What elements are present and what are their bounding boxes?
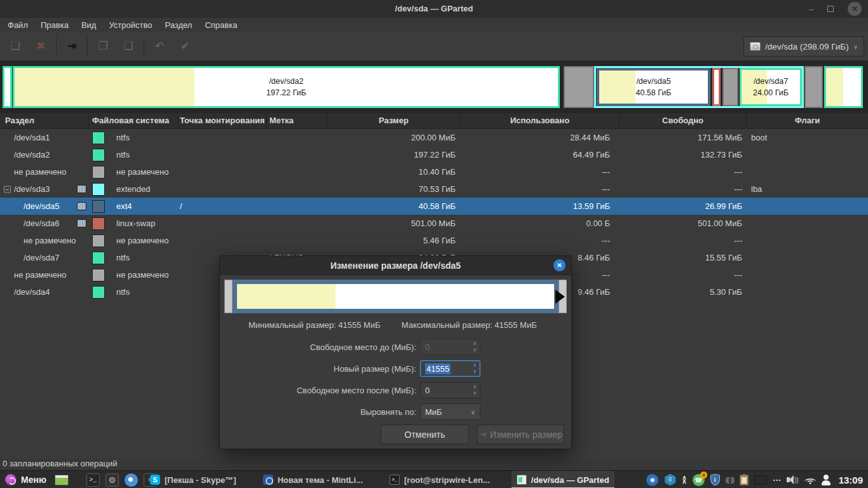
- dialog-form: Свободное место до (МиБ): 0 ∧∨ Новый раз…: [220, 339, 571, 420]
- diskbar-partition--dev-sda7[interactable]: /dev/sda724.00 ГиБ: [740, 68, 802, 106]
- table-row--dev-sda6[interactable]: /dev/sda6linux-swap501.00 МиБ0.00 Б501.0…: [0, 215, 868, 232]
- menu-partition[interactable]: Раздел: [158, 20, 198, 30]
- diskbar-partition--dev-sda2[interactable]: /dev/sda2197.22 ГиБ: [13, 66, 560, 108]
- toolbar-separator: [144, 37, 144, 56]
- messenger-tray-icon[interactable]: ☎4: [693, 474, 705, 486]
- steam-tray-icon[interactable]: ◉: [646, 474, 658, 486]
- taskbar-window-browser[interactable]: Новая тема - MintLi...: [258, 471, 368, 488]
- col-free[interactable]: Свободно: [620, 113, 747, 128]
- browser-launcher-icon[interactable]: [125, 473, 138, 487]
- busy-lock-icon: [77, 202, 86, 210]
- spinner-arrows-icon[interactable]: ∧∨: [473, 362, 477, 375]
- device-selector[interactable]: /dev/sda (298.09 ГиБ) ∨: [743, 36, 864, 57]
- col-filesystem[interactable]: Файловая система: [89, 113, 178, 128]
- app-grid-tray-icon[interactable]: ⠿: [664, 474, 676, 486]
- diskbar-partition--[interactable]: [722, 68, 738, 106]
- resize-arrow-icon: [555, 290, 565, 304]
- table-row--[interactable]: не размеченоне размечено5.46 ГиБ------: [0, 232, 868, 249]
- diskbar-partition--[interactable]: [804, 66, 823, 108]
- menu-file[interactable]: Файл: [1, 20, 34, 30]
- window-button-title: Новая тема - MintLi...: [278, 475, 363, 485]
- resize-apply-button[interactable]: ⇥ Изменить размер: [477, 424, 564, 444]
- cancel-button[interactable]: Отменить: [381, 424, 469, 444]
- keyboard-layout-ru-flag[interactable]: [754, 476, 767, 484]
- security-shield-icon[interactable]: i: [710, 474, 720, 485]
- filesystem-color-swatch: [92, 234, 105, 247]
- diskbar-partition--[interactable]: [564, 66, 594, 108]
- terminal-launcher-icon[interactable]: >_: [86, 473, 100, 487]
- table-row--[interactable]: не размеченоне размечено10.40 ГиБ------: [0, 163, 868, 180]
- user-icon[interactable]: [822, 475, 831, 485]
- col-used[interactable]: Использовано: [461, 113, 620, 128]
- chevrons-up-icon[interactable]: ∧∧: [682, 476, 686, 484]
- partition-label: /dev/sda2197.22 ГиБ: [15, 76, 558, 98]
- toolbar-separator: [56, 37, 57, 56]
- table-row--dev-sda2[interactable]: /dev/sda2ntfs197.22 ГиБ64.49 ГиБ132.73 Г…: [0, 146, 868, 163]
- free-value: 171.56 МиБ: [620, 133, 747, 142]
- toolbar-separator: [87, 37, 88, 56]
- filesystem-color-swatch: [92, 217, 105, 230]
- resize-move-icon[interactable]: ⇥: [59, 36, 85, 57]
- gparted-icon: [517, 475, 527, 485]
- col-partition[interactable]: Раздел: [0, 113, 89, 128]
- network-signal-icon[interactable]: ((·)): [726, 476, 734, 484]
- col-mountpoint[interactable]: Точка монтирования: [178, 113, 267, 128]
- overflow-dots-icon[interactable]: ⋯: [773, 475, 781, 485]
- left-grip-handle[interactable]: [224, 280, 233, 313]
- filesystem-name: ntfs: [116, 150, 130, 159]
- spinner-arrows-icon[interactable]: ∧∨: [473, 384, 477, 396]
- spinner-arrows-icon[interactable]: ∧∨: [473, 341, 477, 353]
- diskbar-partition--dev-sda6[interactable]: [712, 68, 721, 106]
- diskbar-partition--dev-sda5[interactable]: /dev/sda540.58 ГиБ: [597, 68, 710, 106]
- used-value: ---: [461, 236, 620, 245]
- toolbar: ❏✖⇥❐❑↶✔ /dev/sda (298.09 ГиБ) ∨: [0, 32, 868, 61]
- diskbar-partition--dev-sda4[interactable]: [824, 66, 863, 108]
- menu-button[interactable]: Меню: [3, 474, 49, 485]
- align-to-dropdown[interactable]: МиБ ∨: [420, 403, 480, 420]
- undo-operation-icon: ↶: [147, 36, 172, 57]
- volume-icon[interactable]: )): [787, 475, 799, 484]
- taskbar-window-skype[interactable]: S[Пекша - Skype™]: [145, 471, 241, 488]
- menu-help[interactable]: Справка: [198, 20, 243, 30]
- disk-visual-bar: /dev/sda2197.22 ГиБ/dev/sda540.58 ГиБ/de…: [0, 61, 868, 113]
- menu-device[interactable]: Устройство: [102, 20, 158, 30]
- skype-icon: S: [150, 475, 160, 485]
- show-desktop-icon[interactable]: [55, 475, 69, 485]
- table-row--dev-sda5[interactable]: /dev/sda5ext4/40.58 ГиБ13.59 ГиБ26.99 Ги…: [0, 198, 868, 215]
- col-label[interactable]: Метка: [267, 113, 327, 128]
- col-size[interactable]: Размер: [327, 113, 461, 128]
- paste-partition-icon: ❑: [116, 36, 141, 57]
- flags-value: boot: [747, 133, 868, 142]
- col-flags[interactable]: Флаги: [747, 113, 868, 128]
- menu-view[interactable]: Вид: [75, 20, 103, 30]
- taskbar-window-terminal[interactable]: >_[root@stripwire-Len...: [384, 471, 495, 488]
- maximize-icon[interactable]: [827, 6, 834, 12]
- resize-slider-frame: [233, 280, 559, 313]
- status-bar: 0 запланированных операций: [0, 459, 868, 470]
- partition-label: /dev/sda540.58 ГиБ: [599, 76, 708, 98]
- close-icon[interactable]: ✕: [848, 2, 862, 16]
- free-after-spinner[interactable]: 0 ∧∨: [420, 382, 480, 398]
- dialog-buttons: Отменить ⇥ Изменить размер: [381, 424, 564, 444]
- minimize-icon[interactable]: –: [809, 4, 813, 14]
- filesystem-name: не размечено: [116, 270, 168, 280]
- free-before-spinner[interactable]: 0 ∧∨: [420, 339, 480, 355]
- expander-icon[interactable]: −: [4, 186, 11, 193]
- settings-launcher-icon[interactable]: ⚙: [105, 473, 119, 487]
- menu-edit[interactable]: Правка: [34, 20, 75, 30]
- window-button-title: /dev/sda — GParted: [531, 475, 609, 485]
- taskbar-window-gparted[interactable]: /dev/sda — GParted: [512, 471, 614, 488]
- clipboard-tray-icon[interactable]: [740, 475, 749, 485]
- partition-name: /dev/sda4: [14, 287, 50, 297]
- chevron-down-icon: ∨: [853, 43, 858, 50]
- resize-slider[interactable]: [224, 280, 567, 313]
- table-row--dev-sda3[interactable]: −/dev/sda3extended70.53 ГиБ------lba: [0, 180, 868, 198]
- used-value: 64.49 ГиБ: [461, 150, 620, 159]
- dialog-close-icon[interactable]: ✕: [553, 259, 566, 271]
- wifi-icon[interactable]: [804, 476, 816, 484]
- table-row--dev-sda1[interactable]: /dev/sda1ntfs200.00 МиБ28.44 МиБ171.56 М…: [0, 129, 868, 146]
- new-size-spinner[interactable]: 41555 ∧∨: [420, 360, 480, 377]
- size-value: 501.00 МиБ: [327, 219, 461, 228]
- filesystem-name: ntfs: [116, 133, 130, 142]
- diskbar-partition--dev-sda1[interactable]: [3, 66, 12, 108]
